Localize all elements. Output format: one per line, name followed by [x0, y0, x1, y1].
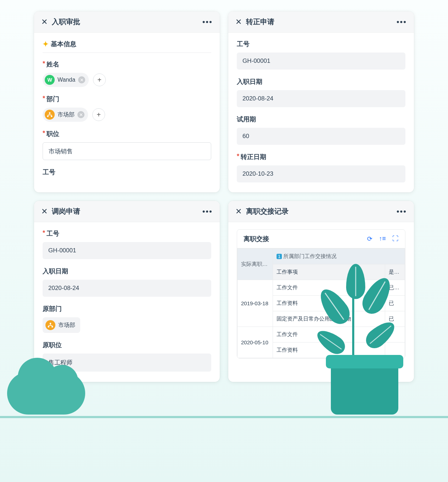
col-header-group: 1所属部门工作交接情况 [273, 249, 405, 264]
dept-pill: 市场部 [43, 317, 80, 333]
hiredate-value: 2020-08-24 [43, 280, 211, 297]
svg-point-3 [50, 323, 51, 324]
svg-point-5 [51, 326, 53, 328]
card-onboarding-approval: ✕ 入职审批 ••• ✦ 基本信息 *姓名 W Wanda ✕ + [34, 11, 220, 192]
card-header: ✕ 转正申请 ••• [228, 11, 414, 33]
field-label: 入职日期 [43, 267, 68, 275]
cloud-decoration [7, 372, 85, 415]
card-transfer: ✕ 调岗申请 ••• *工号 GH-00001 入职日期 2020-08-24 … [34, 201, 220, 382]
field-label: 入职日期 [237, 77, 262, 86]
card-title: 调岗申请 [52, 207, 80, 216]
svg-point-2 [51, 115, 53, 117]
field-department: *部门 市场部 ✕ + [43, 95, 211, 122]
org-icon [45, 110, 55, 120]
card-title: 离职交接记录 [246, 207, 289, 216]
ground-decoration [0, 416, 448, 418]
field-label: 试用期 [237, 115, 256, 124]
close-icon[interactable]: ✕ [41, 18, 48, 26]
probation-value: 60 [237, 128, 405, 145]
card-title: 入职审批 [52, 17, 80, 27]
chip-department[interactable]: 市场部 ✕ [43, 108, 88, 122]
col-header-date[interactable]: 实际离职...▲▼ [237, 249, 273, 280]
cell-date: 2020-05-10 [237, 327, 273, 358]
dept-text: 市场部 [58, 322, 75, 329]
star-icon: ✦ [43, 40, 49, 48]
card-header: ✕ 入职审批 ••• [34, 11, 220, 33]
field-label: 姓名 [47, 60, 59, 69]
field-label: 工号 [43, 168, 55, 176]
field-position: *职位 [43, 130, 211, 160]
card-header: ✕ 调岗申请 ••• [34, 201, 220, 222]
close-icon[interactable]: ✕ [235, 18, 242, 26]
sort-icon[interactable]: ↑≡ [379, 235, 386, 243]
add-button[interactable]: + [93, 73, 106, 86]
section-title: ✦ 基本信息 [43, 40, 211, 53]
chip-text: 市场部 [58, 111, 75, 119]
cell-date: 2019-03-18 [237, 280, 273, 327]
card-title: 转正申请 [246, 17, 274, 27]
svg-point-1 [47, 115, 49, 117]
pot-decoration [331, 365, 398, 415]
field-label: 工号 [237, 40, 250, 48]
close-icon[interactable]: ✕ [235, 208, 242, 215]
more-icon[interactable]: ••• [202, 18, 213, 26]
field-label: 工号 [47, 229, 59, 238]
chip-remove-icon[interactable]: ✕ [78, 76, 85, 83]
more-icon[interactable]: ••• [397, 18, 407, 26]
field-label: 原部门 [43, 305, 62, 313]
chip-text: Wanda [58, 77, 75, 83]
expand-icon[interactable]: ⛶ [392, 235, 399, 243]
field-label: 职位 [47, 130, 59, 138]
empno-value: GH-00001 [237, 53, 405, 70]
avatar-icon: W [45, 75, 55, 85]
svg-point-0 [49, 112, 51, 114]
field-label: 部门 [47, 95, 59, 103]
chip-name[interactable]: W Wanda ✕ [43, 73, 89, 87]
subcard-title: 离职交接 [244, 235, 269, 243]
field-empno: 工号 [43, 168, 211, 176]
more-icon[interactable]: ••• [397, 208, 407, 215]
empno-value: GH-00001 [43, 242, 211, 259]
close-icon[interactable]: ✕ [41, 208, 48, 215]
field-name: *姓名 W Wanda ✕ + [43, 60, 211, 87]
regulardate-value[interactable]: 2020-10-23 [237, 165, 405, 182]
svg-point-4 [48, 326, 50, 328]
refresh-icon[interactable]: ⟳ [367, 235, 372, 243]
field-label: 原职位 [43, 341, 62, 349]
section-title-text: 基本信息 [51, 40, 76, 48]
card-header: ✕ 离职交接记录 ••• [228, 201, 414, 222]
field-label: 转正日期 [241, 153, 266, 161]
plant-decoration [317, 273, 395, 365]
position-input[interactable] [43, 142, 211, 160]
hiredate-value: 2020-08-24 [237, 90, 405, 107]
chip-remove-icon[interactable]: ✕ [77, 111, 84, 118]
add-button[interactable]: + [92, 108, 105, 121]
org-icon [45, 320, 55, 330]
card-regularization: ✕ 转正申请 ••• 工号 GH-00001 入职日期 2020-08-24 试… [228, 11, 414, 192]
more-icon[interactable]: ••• [202, 208, 213, 215]
